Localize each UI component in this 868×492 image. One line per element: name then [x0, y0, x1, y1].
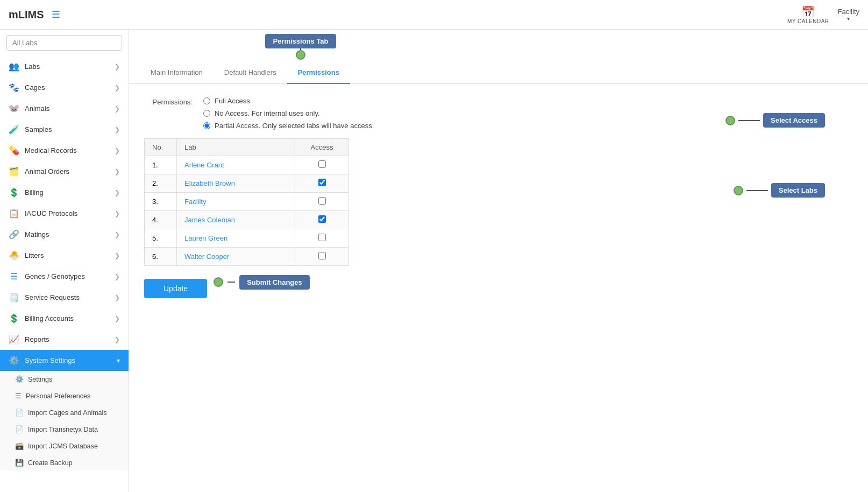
iacuc-icon: 📋: [9, 208, 19, 219]
billing-icon: 💲: [9, 187, 19, 198]
row-lab-0[interactable]: Arlene Grant: [177, 156, 295, 174]
full-access-radio[interactable]: [203, 97, 210, 104]
submenu-item-create-backup[interactable]: 💾 Create Backup: [0, 454, 129, 471]
personal-prefs-icon: ☰: [15, 392, 22, 400]
sidebar-item-labs[interactable]: 👥 Labs ❯: [0, 56, 129, 77]
sidebar-item-iacuc[interactable]: 📋 IACUC Protocols ❯: [0, 203, 129, 224]
sidebar-label-labs: Labs: [25, 62, 40, 71]
sidebar-label-genes: Genes / Genotypes: [25, 272, 85, 280]
facility-button[interactable]: Facility ▾: [838, 8, 859, 22]
sidebar-item-samples[interactable]: 🧪 Samples ❯: [0, 119, 129, 140]
chevron-icon: ❯: [115, 315, 120, 322]
row-lab-2[interactable]: Facility: [177, 193, 295, 211]
chevron-icon: ❯: [115, 84, 120, 92]
sidebar-item-billing[interactable]: 💲 Billing ❯: [0, 182, 129, 203]
row-access-4[interactable]: [295, 229, 349, 248]
row-no-0: 1.: [145, 156, 177, 174]
row-access-5[interactable]: [295, 248, 349, 266]
submenu-item-import-cages[interactable]: 📄 Import Cages and Animals: [0, 404, 129, 421]
genes-icon: ☰: [9, 271, 19, 282]
search-input[interactable]: [6, 35, 122, 51]
sidebar-label-reports: Reports: [25, 335, 49, 343]
hamburger-icon[interactable]: ☰: [52, 9, 60, 20]
samples-icon: 🧪: [9, 124, 19, 135]
sidebar-item-reports[interactable]: 📈 Reports ❯: [0, 329, 129, 350]
facility-label: Facility: [838, 8, 859, 16]
row-access-3[interactable]: [295, 211, 349, 229]
row-no-3: 4.: [145, 211, 177, 229]
access-checkbox-2[interactable]: [318, 197, 326, 205]
sidebar-item-animal-orders[interactable]: 🗂️ Animal Orders ❯: [0, 161, 129, 182]
sidebar-item-medical-records[interactable]: 💊 Medical Records ❯: [0, 140, 129, 161]
access-checkbox-5[interactable]: [318, 252, 326, 259]
row-lab-1[interactable]: Elizabeth Brown: [177, 174, 295, 193]
sidebar-label-animal-orders: Animal Orders: [25, 167, 69, 175]
sidebar-item-litters[interactable]: 🐣 Litters ❯: [0, 245, 129, 266]
chevron-icon: ❯: [115, 294, 120, 301]
calendar-icon: 📅: [801, 5, 815, 18]
partial-access-radio[interactable]: [203, 122, 210, 129]
import-transnetyx-icon: 📄: [15, 425, 24, 433]
billing-accounts-icon: 💲: [9, 313, 19, 324]
row-access-2[interactable]: [295, 193, 349, 211]
labs-table: No. Lab Access 1. Arlene Grant 2. Elizab…: [144, 138, 349, 266]
tab-main-information[interactable]: Main Information: [140, 62, 214, 84]
service-requests-icon: 🗒️: [9, 292, 19, 303]
permissions-label: Permissions:: [144, 97, 193, 106]
submenu-item-settings[interactable]: ⚙️ Settings: [0, 371, 129, 388]
sidebar-item-matings[interactable]: 🔗 Matings ❯: [0, 224, 129, 245]
row-no-5: 6.: [145, 248, 177, 266]
no-access-option[interactable]: No Access. For internal uses only.: [203, 109, 374, 117]
submenu-label-create-backup: Create Backup: [28, 459, 73, 467]
sidebar-item-billing-accounts[interactable]: 💲 Billing Accounts ❯: [0, 308, 129, 329]
sidebar-item-genes[interactable]: ☰ Genes / Genotypes ❯: [0, 266, 129, 287]
submit-changes-callout: Submit Changes: [239, 275, 310, 290]
sidebar-item-system-settings[interactable]: ⚙️ System Settings ▾: [0, 350, 129, 371]
full-access-label: Full Access.: [215, 97, 252, 105]
row-lab-3[interactable]: James Coleman: [177, 211, 295, 229]
submenu-item-import-jcms[interactable]: 🗃️ Import JCMS Database: [0, 438, 129, 454]
sidebar-label-samples: Samples: [25, 125, 52, 133]
row-access-1[interactable]: [295, 174, 349, 193]
full-access-option[interactable]: Full Access.: [203, 97, 374, 105]
partial-access-option[interactable]: Partial Access. Only selected labs will …: [203, 122, 374, 130]
permissions-options: Full Access. No Access. For internal use…: [203, 97, 374, 130]
medical-records-icon: 💊: [9, 145, 19, 156]
chevron-icon: ❯: [115, 252, 120, 259]
import-jcms-icon: 🗃️: [15, 442, 24, 450]
update-button[interactable]: Update: [144, 279, 207, 298]
sidebar-item-service-requests[interactable]: 🗒️ Service Requests ❯: [0, 287, 129, 308]
reports-icon: 📈: [9, 334, 19, 345]
row-lab-5[interactable]: Walter Cooper: [177, 248, 295, 266]
submenu-item-import-transnetyx[interactable]: 📄 Import Transnetyx Data: [0, 421, 129, 438]
content-area: Permissions Tab Main Information Default…: [129, 30, 868, 492]
labs-icon: 👥: [9, 61, 19, 72]
sidebar-item-animals[interactable]: 🐭 Animals ❯: [0, 98, 129, 119]
access-checkbox-3[interactable]: [318, 215, 326, 223]
calendar-label: MY CALENDAR: [787, 18, 829, 24]
chevron-icon: ❯: [115, 189, 120, 196]
no-access-radio[interactable]: [203, 110, 210, 117]
sidebar-item-cages[interactable]: 🐾 Cages ❯: [0, 77, 129, 98]
import-cages-icon: 📄: [15, 409, 24, 417]
access-checkbox-0[interactable]: [318, 160, 326, 168]
row-access-0[interactable]: [295, 156, 349, 174]
submenu-item-personal-prefs[interactable]: ☰ Personal Preferences: [0, 388, 129, 404]
access-checkbox-4[interactable]: [318, 234, 326, 241]
access-checkbox-1[interactable]: [318, 179, 326, 186]
calendar-button[interactable]: 📅 MY CALENDAR: [787, 5, 829, 24]
litters-icon: 🐣: [9, 250, 19, 261]
tab-permissions[interactable]: Permissions: [287, 62, 350, 84]
tab-default-handlers[interactable]: Default Handlers: [214, 62, 287, 84]
sidebar-label-billing-accounts: Billing Accounts: [25, 314, 74, 322]
chevron-icon: ❯: [115, 147, 120, 154]
row-lab-4[interactable]: Lauren Green: [177, 229, 295, 248]
table-row: 1. Arlene Grant: [145, 156, 349, 174]
chevron-down-icon: ▾: [847, 16, 850, 22]
chevron-icon: ❯: [115, 168, 120, 175]
sidebar-label-service-requests: Service Requests: [25, 293, 80, 301]
chevron-icon: ▾: [117, 357, 120, 364]
sidebar-label-animals: Animals: [25, 104, 49, 113]
select-labs-callout: Select Labs: [771, 183, 825, 198]
col-lab: Lab: [177, 139, 295, 156]
